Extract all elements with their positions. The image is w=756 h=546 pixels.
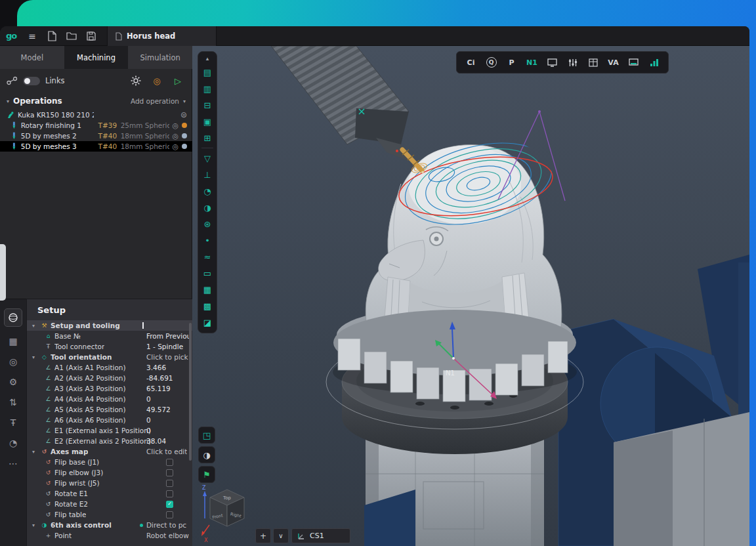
document-tab[interactable]: Horus head: [107, 26, 217, 46]
main-menu-button[interactable]: ≡: [22, 26, 42, 46]
shading-toggle-icon[interactable]: ◑: [198, 446, 215, 463]
tab-simulation[interactable]: Simulation: [128, 46, 192, 69]
tooling-icon[interactable]: Ŧ: [10, 417, 16, 429]
swap-axes-icon[interactable]: ⇅: [9, 396, 17, 408]
coordinate-system-selector[interactable]: CS1: [291, 528, 350, 543]
operation-row[interactable]: 5D by meshes 2 T#40 18mm Spherica ◎: [0, 131, 192, 141]
filter-icon[interactable]: ▽: [200, 152, 215, 165]
workpiece-button[interactable]: [4, 308, 22, 327]
setup-row-check[interactable]: ↺ Flip table ✓: [27, 509, 192, 520]
spindle-mode-button[interactable]: Q: [481, 53, 501, 72]
collision-check-button[interactable]: Ci: [461, 53, 481, 72]
setup-row[interactable]: ∠ E2 (External axis 2 Position) 38.04: [27, 436, 192, 446]
setup-row-check[interactable]: ↺ Rotate E1 ✓: [27, 488, 192, 499]
operation-row-machine[interactable]: Kuka KR150 180 210 24... ⊜: [0, 110, 192, 120]
tool-library-icon[interactable]: ◎: [9, 356, 17, 368]
machine-setup-icon[interactable]: ▦: [9, 335, 17, 347]
cs-dropdown-button[interactable]: ∨: [273, 528, 289, 543]
table-grid-button[interactable]: [583, 53, 603, 72]
setup-row[interactable]: ∠ A3 (Axis A3 Position) 65.119: [27, 383, 192, 394]
save-button[interactable]: [81, 26, 101, 46]
tab-model[interactable]: Model: [0, 46, 64, 69]
checkbox[interactable]: ✓: [166, 501, 173, 508]
setup-row[interactable]: + Point Robot elbow: [27, 530, 192, 541]
setup-row[interactable]: Ŧ Tool connector 1 - Spindle: [27, 341, 192, 352]
operations-header[interactable]: ▾ Operations Add operation ▾: [0, 93, 192, 110]
machine-b-icon[interactable]: ▥: [200, 82, 215, 95]
n1-coordinate-button[interactable]: N1: [522, 53, 542, 72]
scroll-up-icon[interactable]: ▴: [200, 54, 215, 62]
setup-row-check[interactable]: ↺ Flip base (J1) ✓: [27, 457, 192, 467]
run-button[interactable]: ▷: [170, 73, 186, 89]
setup-row[interactable]: ∠ A6 (Axis A6 Position) 0: [27, 415, 192, 425]
checkbox[interactable]: ✓: [166, 469, 173, 476]
solid-icon[interactable]: ▩: [200, 299, 215, 312]
setup-row-check[interactable]: ↺ Rotate E2 ✓: [27, 499, 192, 509]
settings-gear-icon[interactable]: ⚙: [9, 376, 18, 388]
op-status-dot[interactable]: [182, 123, 187, 128]
setup-row-group[interactable]: ▾ ◇ Tool orientation Click to pick: [27, 352, 192, 362]
screen-button[interactable]: [542, 53, 562, 72]
setup-row-group[interactable]: ▾ ◑ 6th axis control Direct to pc: [27, 520, 192, 530]
operation-row-selected[interactable]: 5D by meshes 3 T#40 18mm Spherica ◎: [0, 141, 192, 152]
setup-row[interactable]: ∠ A1 (Axis A1 Position) 3.466: [27, 362, 192, 373]
fixture-icon[interactable]: ⊞: [200, 131, 215, 144]
setup-row[interactable]: ∠ E1 (External axis 1 Position) 0: [27, 425, 192, 436]
statistics-button[interactable]: [644, 53, 664, 72]
op-status-dot[interactable]: [182, 133, 187, 138]
point-display-icon[interactable]: •: [200, 234, 215, 247]
setup-row[interactable]: ∠ A4 (Axis A4 Position) 0: [27, 394, 192, 404]
history-icon[interactable]: ◔: [9, 437, 17, 449]
spline-icon[interactable]: ≈: [200, 250, 215, 263]
machine-a-icon[interactable]: ▤: [200, 66, 215, 79]
viewport-3d[interactable]: N1: [192, 46, 749, 546]
setup-row[interactable]: ⌂ Base № From Previous: [27, 331, 192, 341]
operation-row[interactable]: Rotary finishing 1 T#39 25mm Spherica ◎: [0, 120, 192, 131]
display-button[interactable]: [623, 53, 644, 72]
simulate-button[interactable]: ◎: [149, 73, 165, 89]
more-icon[interactable]: ⋯: [9, 457, 18, 469]
open-file-button[interactable]: [62, 26, 81, 46]
setup-row[interactable]: ∠ A2 (Axis A2 Position) -84.691: [27, 373, 192, 383]
mesh-icon[interactable]: ▦: [200, 283, 215, 296]
checkbox[interactable]: ✓: [166, 490, 173, 497]
op-target-icon[interactable]: ◎: [173, 142, 179, 151]
collapsed-panel-handle[interactable]: [0, 244, 6, 301]
setup-row-check[interactable]: ↺ Flip wrist (J5) ✓: [27, 478, 192, 488]
checkbox[interactable]: ✓: [166, 511, 173, 518]
probe-icon[interactable]: ⊥: [200, 168, 215, 181]
machine-c-icon[interactable]: ⊟: [200, 98, 215, 112]
add-operation-caret-icon[interactable]: ▾: [183, 98, 186, 104]
tab-machining[interactable]: Machining: [64, 46, 129, 69]
settings-button[interactable]: [128, 73, 144, 89]
sliders-button[interactable]: [562, 53, 583, 72]
va-analysis-button[interactable]: VA: [603, 53, 623, 72]
flag-icon[interactable]: ⚑: [198, 466, 215, 483]
select-frame-icon[interactable]: ◳: [198, 427, 215, 444]
links-toggle[interactable]: [23, 77, 40, 85]
setup-row[interactable]: ∠ A5 (Axis A5 Position) 49.572: [27, 404, 192, 415]
op-target-icon[interactable]: ◎: [173, 121, 179, 130]
stock-icon[interactable]: ▣: [200, 115, 215, 128]
rotary-icon[interactable]: ◔: [200, 184, 215, 198]
chevron-down-icon: ▾: [32, 449, 40, 455]
setup-row-check[interactable]: ↺ Flip elbow (J3) ✓: [27, 467, 192, 478]
section-icon[interactable]: ◪: [200, 316, 215, 329]
plane-icon[interactable]: ▭: [200, 266, 215, 280]
probe-flag-button[interactable]: P: [501, 53, 522, 72]
op-status-dot[interactable]: [182, 144, 187, 149]
setup-row-group[interactable]: ▾ ↺ Axes map Click to edit: [27, 446, 192, 457]
add-cs-button[interactable]: +: [255, 528, 271, 543]
pattern-icon[interactable]: ⊛: [200, 217, 215, 230]
view-cube[interactable]: Top Front Right Z X: [201, 484, 253, 545]
setup-row-group[interactable]: ▾ ⚒ Setup and tooling: [27, 320, 192, 331]
new-file-button[interactable]: [42, 26, 62, 46]
setup-scrollbar[interactable]: [189, 323, 192, 461]
checkbox[interactable]: ✓: [166, 459, 173, 466]
mirror-icon[interactable]: ◑: [200, 201, 215, 214]
op-target-icon[interactable]: ◎: [173, 132, 179, 140]
axis-icon: ∠: [44, 427, 52, 434]
machine-menu-icon[interactable]: ⊜: [180, 110, 187, 119]
add-operation-button[interactable]: Add operation: [131, 97, 179, 105]
checkbox[interactable]: ✓: [166, 480, 173, 487]
